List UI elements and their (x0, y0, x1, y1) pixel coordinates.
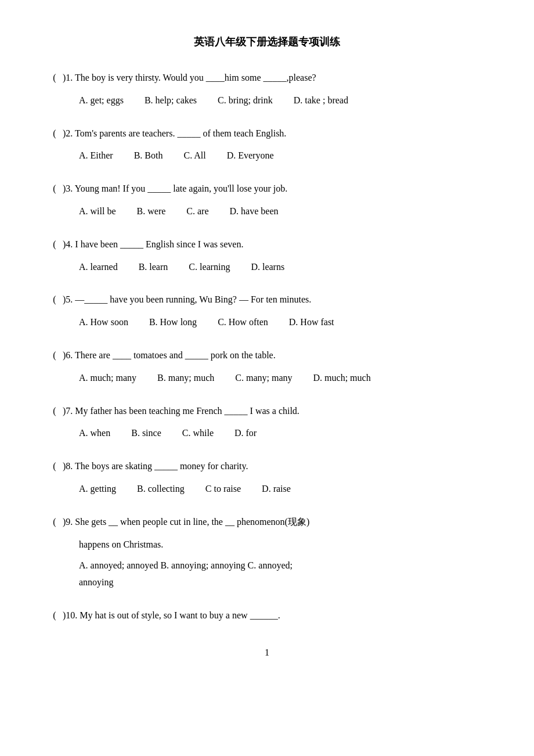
q7-option-a: A. when (79, 425, 110, 442)
q5-paren: ( (46, 291, 63, 308)
q7-option-b: B. since (131, 425, 161, 442)
q10-text: )10. My hat is out of style, so I want t… (63, 607, 488, 624)
q6-option-c: C. many; many (235, 370, 292, 387)
q3-option-a: A. will be (79, 203, 116, 220)
question-8-line: ()8. The boys are skating _____ money fo… (46, 458, 488, 475)
q1-option-c: C. bring; drink (218, 92, 273, 109)
q1-option-b: B. help; cakes (145, 92, 197, 109)
q8-text: )8. The boys are skating _____ money for… (63, 458, 488, 475)
q4-option-c: C. learning (189, 259, 230, 276)
question-10-block: ( )10. My hat is out of style, so I want… (46, 607, 488, 624)
q2-option-c: C. All (183, 147, 205, 164)
question-7-line: ()7. My father has been teaching me Fren… (46, 403, 488, 420)
q1-option-a: A. get; eggs (79, 92, 124, 109)
q1-option-d: D. take ; bread (294, 92, 348, 109)
q1-paren: ( (46, 70, 63, 87)
q8-options: A. gettingB. collectingC to raiseD. rais… (46, 481, 488, 498)
q5-option-d: D. How fast (289, 314, 334, 331)
q5-option-c: C. How often (218, 314, 268, 331)
q9-text: )9. She gets __ when people cut in line,… (63, 514, 488, 531)
question-2-line: ()2. Tom's parents are teachers. _____ o… (46, 125, 488, 142)
question-9-line: ( )9. She gets __ when people cut in lin… (46, 514, 488, 531)
q4-option-a: A. learned (79, 259, 118, 276)
q10-paren: ( (46, 607, 63, 624)
q6-option-b: B. many; much (157, 370, 214, 387)
q7-option-c: C. while (182, 425, 214, 442)
q6-option-a: A. much; many (79, 370, 136, 387)
q7-options: A. whenB. sinceC. whileD. for (46, 425, 488, 442)
q1-options: A. get; eggsB. help; cakesC. bring; drin… (46, 92, 488, 109)
q8-paren: ( (46, 458, 63, 475)
page-title: 英语八年级下册选择题专项训练 (46, 35, 488, 49)
question-9-block: ( )9. She gets __ when people cut in lin… (46, 514, 488, 591)
question-6-block: ()6. There are ____ tomatoes and _____ p… (46, 347, 488, 387)
q5-options: A. How soonB. How longC. How oftenD. How… (46, 314, 488, 331)
question-5-line: ()5. —_____ have you been running, Wu Bi… (46, 291, 488, 308)
question-3-block: ()3. Young man! If you _____ late again,… (46, 181, 488, 220)
question-4-block: ()4. I have been _____ English since I w… (46, 236, 488, 276)
question-5-block: ()5. —_____ have you been running, Wu Bi… (46, 291, 488, 331)
q3-options: A. will beB. wereC. areD. have been (46, 203, 488, 220)
q9-options-line2: annoying (46, 574, 488, 591)
question-7-block: ()7. My father has been teaching me Fren… (46, 403, 488, 442)
q7-text: )7. My father has been teaching me Frenc… (63, 403, 488, 420)
q3-paren: ( (46, 181, 63, 197)
q9-paren: ( (46, 514, 63, 531)
q8-option-b: B. collecting (137, 481, 185, 498)
question-1-block: ()1. The boy is very thirsty. Would you … (46, 70, 488, 109)
q4-text: )4. I have been _____ English since I wa… (63, 236, 488, 253)
q8-option-d: D. raise (262, 481, 291, 498)
q2-option-b: B. Both (134, 147, 163, 164)
question-3-line: ()3. Young man! If you _____ late again,… (46, 181, 488, 197)
q2-options: A. EitherB. BothC. AllD. Everyone (46, 147, 488, 164)
q3-option-b: B. were (137, 203, 166, 220)
q8-option-a: A. getting (79, 481, 116, 498)
q2-paren: ( (46, 125, 63, 142)
question-1-line: ()1. The boy is very thirsty. Would you … (46, 70, 488, 87)
q8-option-c: C to raise (205, 481, 241, 498)
q4-paren: ( (46, 236, 63, 253)
q3-option-d: D. have been (230, 203, 279, 220)
q3-text: )3. Young man! If you _____ late again, … (63, 181, 488, 197)
question-2-block: ()2. Tom's parents are teachers. _____ o… (46, 125, 488, 165)
q2-option-d: D. Everyone (227, 147, 274, 164)
q2-text: )2. Tom's parents are teachers. _____ of… (63, 125, 488, 142)
question-4-line: ()4. I have been _____ English since I w… (46, 236, 488, 253)
question-8-block: ()8. The boys are skating _____ money fo… (46, 458, 488, 498)
q6-paren: ( (46, 347, 63, 364)
q5-text: )5. —_____ have you been running, Wu Bin… (63, 291, 488, 308)
q6-text: )6. There are ____ tomatoes and _____ po… (63, 347, 488, 364)
q3-option-c: C. are (186, 203, 208, 220)
q6-option-d: D. much; much (313, 370, 371, 387)
q5-option-a: A. How soon (79, 314, 128, 331)
q6-options: A. much; manyB. many; muchC. many; manyD… (46, 370, 488, 387)
q4-options: A. learnedB. learnC. learningD. learns (46, 259, 488, 276)
q4-option-d: D. learns (251, 259, 284, 276)
q4-option-b: B. learn (139, 259, 168, 276)
page-number: 1 (46, 647, 488, 658)
q9-options-line1: A. annoyed; annoyed B. annoying; annoyin… (46, 557, 488, 574)
q2-option-a: A. Either (79, 147, 113, 164)
q5-option-b: B. How long (149, 314, 197, 331)
q9-continuation: happens on Christmas. (46, 537, 488, 553)
question-10-line: ( )10. My hat is out of style, so I want… (46, 607, 488, 624)
q7-paren: ( (46, 403, 63, 420)
question-6-line: ()6. There are ____ tomatoes and _____ p… (46, 347, 488, 364)
q1-text: )1. The boy is very thirsty. Would you _… (63, 70, 488, 87)
q7-option-d: D. for (234, 425, 257, 442)
